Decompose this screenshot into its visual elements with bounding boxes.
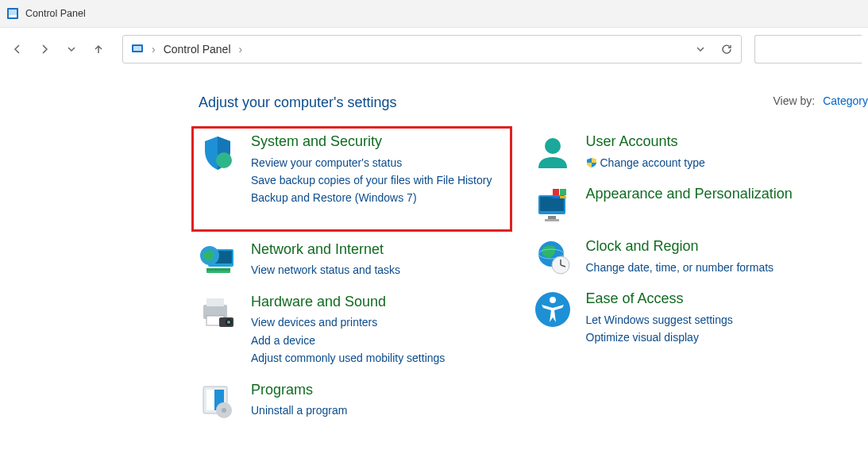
globe-clock-icon: [534, 238, 572, 276]
window-title: Control Panel: [25, 8, 86, 19]
link-backup-restore[interactable]: Backup and Restore (Windows 7): [251, 189, 502, 206]
address-bar[interactable]: › Control Panel ›: [122, 35, 742, 63]
svg-rect-4: [133, 46, 141, 51]
svg-rect-26: [540, 197, 564, 211]
svg-rect-11: [206, 268, 230, 271]
category-title[interactable]: Ease of Access: [586, 290, 837, 308]
link-review-status[interactable]: Review your computer's status: [251, 154, 502, 171]
chevron-right-icon: ›: [239, 43, 243, 56]
svg-point-39: [550, 297, 556, 303]
category-clock: Clock and Region Change date, time, or n…: [534, 238, 837, 276]
link-date-time-formats[interactable]: Change date, time, or number formats: [586, 259, 837, 276]
category-title[interactable]: Network and Internet: [251, 241, 502, 259]
chevron-right-icon: ›: [152, 43, 156, 56]
category-user-accounts: User Accounts Change account type: [534, 133, 837, 171]
category-ease-of-access: Ease of Access Let Windows suggest setti…: [534, 290, 837, 346]
right-column: User Accounts Change account type: [534, 133, 837, 434]
page-heading: Adjust your computer's settings: [199, 94, 836, 111]
recent-locations-button[interactable]: [60, 38, 83, 60]
svg-rect-28: [545, 219, 559, 221]
link-file-history[interactable]: Save backup copies of your files with Fi…: [251, 171, 502, 189]
category-programs: Programs Uninstall a program: [199, 382, 502, 420]
category-network: Network and Internet View network status…: [199, 241, 502, 279]
svg-rect-32: [560, 196, 566, 198]
category-title[interactable]: Hardware and Sound: [251, 294, 502, 311]
highlight-box: System and Security Review your computer…: [191, 126, 512, 232]
link-network-status[interactable]: View network status and tasks: [251, 261, 502, 279]
link-change-account-type[interactable]: Change account type: [586, 154, 837, 171]
breadcrumb-root[interactable]: Control Panel: [164, 43, 231, 56]
svg-point-17: [227, 321, 230, 324]
title-bar: Control Panel: [0, 0, 868, 28]
accessibility-icon: [534, 290, 572, 329]
up-button[interactable]: [87, 38, 110, 60]
category-title[interactable]: Clock and Region: [586, 238, 837, 256]
category-hardware: Hardware and Sound View devices and prin…: [199, 294, 502, 367]
view-by: View by: Category: [773, 94, 868, 107]
svg-point-24: [545, 138, 561, 154]
category-appearance: Appearance and Personalization: [534, 186, 837, 224]
view-by-value[interactable]: Category: [823, 94, 868, 107]
svg-point-23: [222, 408, 226, 413]
category-title[interactable]: Programs: [251, 382, 502, 399]
refresh-button[interactable]: [720, 43, 733, 56]
back-button[interactable]: [6, 38, 29, 60]
monitor-colors-icon: [534, 186, 572, 224]
control-panel-icon: [6, 7, 19, 20]
link-devices-printers[interactable]: View devices and printers: [251, 313, 502, 331]
shield-icon: [199, 133, 237, 171]
svg-rect-29: [553, 189, 559, 195]
chevron-down-icon[interactable]: [695, 44, 706, 55]
svg-rect-20: [206, 390, 214, 410]
svg-rect-27: [548, 216, 556, 219]
content-area: Adjust your computer's settings View by:…: [0, 71, 868, 434]
link-uninstall-program[interactable]: Uninstall a program: [251, 402, 502, 419]
category-system-security: System and Security Review your computer…: [199, 133, 502, 207]
globe-monitor-icon: [199, 241, 237, 279]
left-column: System and Security Review your computer…: [199, 133, 502, 434]
svg-rect-1: [9, 10, 17, 15]
link-add-device[interactable]: Add a device: [251, 332, 502, 349]
svg-rect-2: [9, 15, 17, 17]
view-by-label: View by:: [773, 94, 816, 107]
svg-rect-31: [553, 196, 559, 198]
user-icon: [534, 133, 572, 171]
link-optimize-display[interactable]: Optimize visual display: [586, 329, 837, 346]
category-title[interactable]: User Accounts: [586, 133, 837, 151]
category-title[interactable]: System and Security: [251, 133, 502, 151]
address-icon: [131, 43, 144, 56]
programs-icon: [199, 382, 237, 420]
forward-button[interactable]: [33, 38, 56, 60]
svg-point-5: [216, 152, 232, 168]
search-box[interactable]: [754, 35, 862, 63]
link-windows-suggest[interactable]: Let Windows suggest settings: [586, 311, 837, 329]
uac-shield-icon: [586, 157, 597, 168]
svg-rect-30: [560, 189, 566, 195]
link-mobility-settings[interactable]: Adjust commonly used mobility settings: [251, 349, 502, 367]
svg-rect-13: [206, 298, 224, 306]
toolbar: › Control Panel ›: [0, 28, 868, 71]
category-title[interactable]: Appearance and Personalization: [586, 186, 837, 203]
printer-camera-icon: [199, 294, 237, 332]
